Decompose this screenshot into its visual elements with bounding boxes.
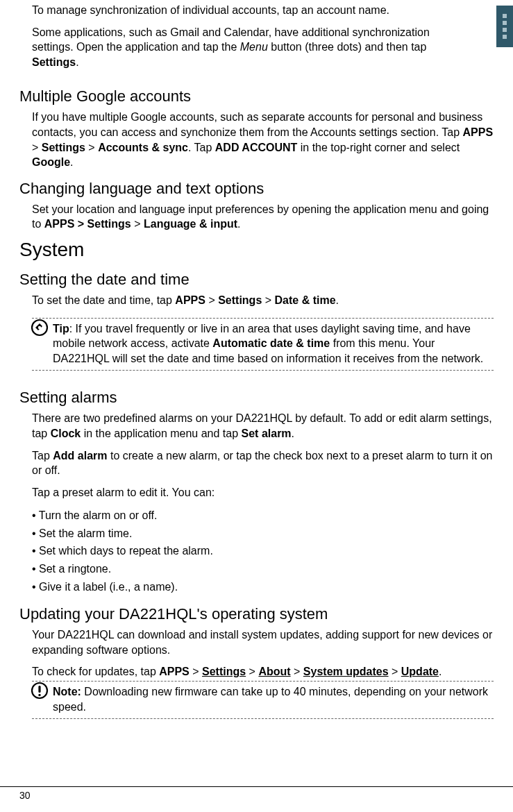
svg-rect-3 [38, 686, 40, 693]
tip-icon [31, 319, 49, 337]
note-box: Note: Downloading new firmware can take … [32, 681, 494, 719]
alarms-bullets: • Turn the alarm on or off. • Set the al… [32, 507, 494, 595]
svg-point-4 [38, 694, 40, 696]
intro-p1: To manage synchronization of individual … [32, 3, 494, 18]
tip-box: Tip: If you travel frequently or live in… [32, 318, 494, 371]
note-icon [31, 682, 49, 700]
heading-multiple-google: Multiple Google accounts [19, 87, 494, 105]
svg-point-1 [38, 325, 41, 328]
heading-system: System [19, 239, 494, 261]
heading-datetime: Setting the date and time [19, 271, 494, 289]
multi-p1: If you have multiple Google accounts, su… [32, 110, 494, 169]
alarms-p3: Tap a preset alarm to edit it. You can: [32, 485, 494, 500]
heading-language: Changing language and text options [19, 180, 494, 198]
alarms-p2: Tap Add alarm to create a new alarm, or … [32, 448, 494, 478]
heading-alarms: Setting alarms [19, 389, 494, 407]
update-p1: Your DA221HQL can download and install s… [32, 627, 494, 657]
heading-update: Updating your DA221HQL's operating syste… [19, 605, 494, 623]
page-number: 30 [0, 787, 513, 801]
alarms-p1: There are two predefined alarms on your … [32, 411, 494, 441]
intro-p2: Some applications, such as Gmail and Cal… [32, 25, 459, 70]
datetime-p1: To set the date and time, tap APPS > Set… [32, 293, 494, 308]
section-tab [496, 6, 513, 47]
update-p2: To check for updates, tap APPS > Setting… [32, 664, 494, 679]
lang-p1: Set your location and language input pre… [32, 202, 494, 232]
